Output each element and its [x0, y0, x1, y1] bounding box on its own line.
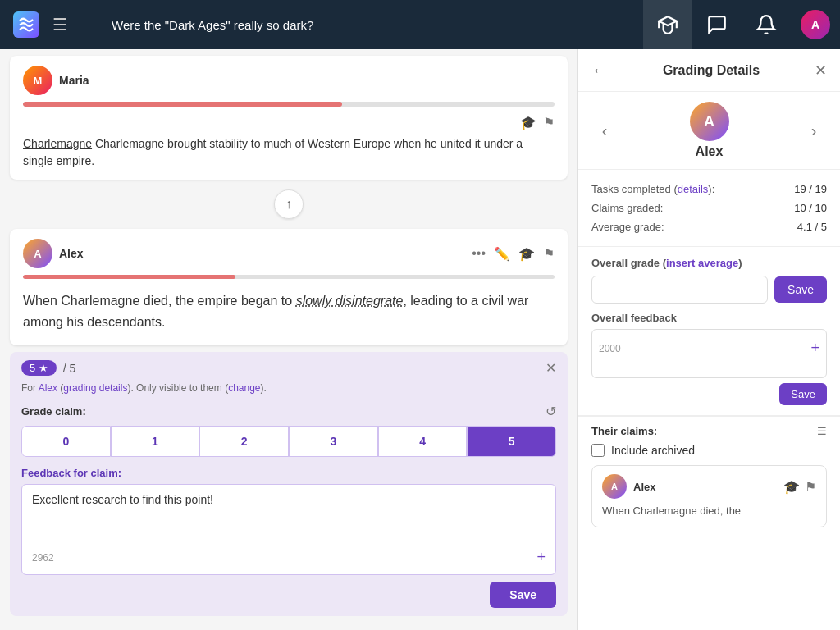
star-badge: 5 ★ — [21, 360, 57, 376]
alex-cap-icon[interactable]: 🎓 — [518, 246, 535, 262]
overall-grade-label: Overall grade (insert average) — [591, 257, 827, 269]
grading-details-link[interactable]: grading details — [63, 382, 127, 394]
alex-card-header: A Alex ••• ✏️ 🎓 ⚑ — [10, 229, 568, 275]
back-button[interactable]: ← — [591, 61, 608, 80]
nav-cap-icon-btn[interactable] — [643, 0, 692, 49]
ccm-avatar: A — [602, 474, 627, 499]
maria-discussion-card: M Maria 🎓 ⚑ Charlemagne Charlemagne brou… — [10, 56, 568, 180]
nav-brand: ☰ — [0, 11, 98, 38]
save-btn-row: Save — [21, 582, 556, 608]
tasks-stat-label: Tasks completed (details): — [591, 183, 714, 195]
ccm-header: A Alex 🎓 ⚑ — [602, 474, 816, 499]
maria-card-text: Charlemagne Charlemagne brought stabilit… — [23, 135, 555, 170]
maria-avatar: M — [23, 66, 52, 95]
hamburger-button[interactable]: ☰ — [49, 11, 71, 38]
feedback-textarea[interactable] — [32, 493, 546, 542]
overall-grade-section: Overall grade (insert average) Save Over… — [578, 247, 840, 416]
grade-btn-2[interactable]: 2 — [199, 426, 289, 457]
student-nav: ‹ A Alex › — [578, 92, 840, 170]
grade-buttons: 0 1 2 3 4 5 — [21, 426, 556, 457]
claims-filter-button[interactable]: ☰ — [817, 425, 827, 437]
overall-grade-save-button[interactable]: Save — [774, 276, 827, 303]
ccm-text: When Charlemagne died, the — [602, 504, 816, 518]
overall-grade-input-row: Save — [591, 276, 827, 304]
ccm-cap-icon[interactable]: 🎓 — [783, 479, 800, 495]
ccm-flag-icon[interactable]: ⚑ — [805, 479, 816, 495]
refresh-grade-button[interactable]: ↺ — [546, 404, 556, 419]
tasks-stat-row: Tasks completed (details): 19 / 19 — [591, 180, 827, 199]
overall-feedback-label: Overall feedback — [591, 312, 827, 324]
their-claims-section: Their claims: ☰ Include archived A Alex … — [578, 416, 840, 539]
student-avatar-large: A — [690, 102, 729, 141]
include-archived-label: Include archived — [611, 444, 695, 457]
overall-grade-input[interactable] — [591, 276, 768, 304]
overall-feedback-save-button[interactable]: Save — [779, 383, 827, 405]
claims-stat-row: Claims graded: 10 / 10 — [591, 199, 827, 217]
main-area: M Maria 🎓 ⚑ Charlemagne Charlemagne brou… — [0, 49, 840, 630]
close-panel-button[interactable]: ✕ — [815, 62, 827, 80]
claim-card-mini: A Alex 🎓 ⚑ When Charlemagne died, the — [591, 465, 827, 527]
next-student-button[interactable]: › — [801, 117, 827, 144]
alex-flag-icon[interactable]: ⚑ — [543, 246, 555, 262]
grade-btn-3[interactable]: 3 — [289, 426, 378, 457]
tasks-stat-value: 19 / 19 — [794, 183, 827, 195]
grade-btn-1[interactable]: 1 — [111, 426, 200, 457]
maria-cap-icon[interactable]: 🎓 — [520, 115, 536, 130]
grade-btn-5[interactable]: 5 — [467, 426, 556, 457]
scroll-up-button[interactable]: ↑ — [274, 189, 304, 219]
avg-stat-row: Average grade: 4.1 / 5 — [591, 217, 827, 236]
their-claims-header: Their claims: ☰ — [591, 425, 827, 437]
feedback-textarea-wrap: 2962 + — [21, 484, 556, 575]
alex-progress-fill — [23, 275, 235, 279]
top-nav: ☰ Were the "Dark Ages" really so dark? A — [0, 0, 840, 49]
grade-claim-title: Grade claim: ↺ — [21, 404, 556, 419]
brand-logo — [13, 11, 39, 38]
ccm-username: Alex — [633, 481, 655, 493]
overall-char-count: 2000 — [599, 343, 621, 354]
alex-edit-icon[interactable]: ✏️ — [494, 246, 510, 262]
feedback-char-count: 2962 — [32, 552, 54, 564]
alex-link[interactable]: Alex — [39, 382, 57, 394]
prev-student-button[interactable]: ‹ — [591, 117, 618, 144]
grade-btn-4[interactable]: 4 — [378, 426, 468, 457]
alex-username: Alex — [59, 247, 84, 260]
include-archived-row: Include archived — [591, 444, 827, 457]
save-feedback-button[interactable]: Save — [490, 582, 556, 608]
right-panel: ← Grading Details ✕ ‹ A Alex › Tasks com… — [578, 49, 840, 630]
scroll-up-container: ↑ — [0, 189, 578, 219]
feedback-footer: 2962 + — [32, 549, 546, 566]
maria-card-icons: 🎓 ⚑ — [23, 115, 555, 130]
maria-flag-icon[interactable]: ⚑ — [543, 115, 555, 130]
maria-progress-fill — [23, 102, 342, 107]
nav-bell-icon-btn[interactable] — [742, 0, 791, 49]
overall-feedback-area: 2000 + — [591, 329, 827, 378]
include-archived-checkbox[interactable] — [591, 444, 605, 457]
grade-score-row: 5 ★ / 5 — [21, 360, 75, 376]
grade-close-button[interactable]: ✕ — [546, 360, 556, 376]
insert-average-link[interactable]: insert average — [666, 257, 738, 269]
panel-title: Grading Details — [663, 63, 760, 78]
maria-card-header: M Maria — [23, 66, 555, 95]
alex-card-body: When Charlemagne died, the empire began … — [10, 287, 568, 345]
user-avatar-nav[interactable]: A — [801, 10, 830, 39]
overall-feedback-plus-button[interactable]: + — [810, 340, 819, 357]
student-info: A Alex — [690, 102, 729, 159]
left-panel: M Maria 🎓 ⚑ Charlemagne Charlemagne brou… — [0, 49, 578, 630]
right-panel-header: ← Grading Details ✕ — [578, 49, 840, 92]
nav-chat-icon-btn[interactable] — [692, 0, 742, 49]
nav-title: Were the "Dark Ages" really so dark? — [98, 18, 643, 32]
grade-header: 5 ★ / 5 ✕ — [21, 360, 556, 376]
feedback-plus-button[interactable]: + — [536, 549, 546, 566]
change-link[interactable]: change — [228, 382, 260, 394]
nav-icons: A — [643, 0, 840, 49]
alex-progress-bar — [23, 275, 555, 279]
tasks-details-link[interactable]: details — [678, 183, 709, 195]
overall-feedback-footer: 2000 + — [599, 340, 819, 357]
student-name: Alex — [696, 144, 724, 159]
claims-stat-value: 10 / 10 — [794, 202, 827, 214]
alex-avatar: A — [23, 239, 52, 268]
grade-btn-0[interactable]: 0 — [21, 426, 111, 457]
claims-stat-label: Claims graded: — [591, 202, 663, 214]
their-claims-title: Their claims: — [591, 425, 657, 437]
alex-more-icon[interactable]: ••• — [472, 246, 486, 261]
